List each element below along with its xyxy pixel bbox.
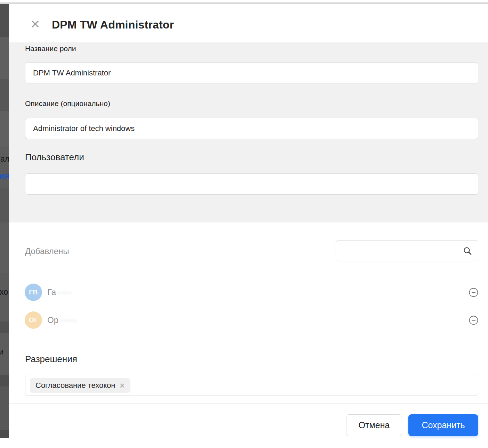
cancel-button[interactable]: Отмена	[346, 414, 402, 436]
remove-user-icon[interactable]	[469, 316, 478, 325]
divider	[9, 403, 488, 404]
user-name: Га ····	[47, 284, 72, 301]
save-button[interactable]: Сохранить	[408, 414, 478, 436]
user-name-redacted: ····	[58, 287, 72, 297]
user-name-visible: Га	[47, 287, 56, 297]
user-search-input[interactable]	[336, 241, 461, 260]
chip-remove-icon[interactable]: ×	[120, 381, 125, 390]
search-icon[interactable]	[463, 246, 472, 256]
modal-title: DPM TW Administrator	[52, 18, 174, 31]
users-input[interactable]	[25, 173, 478, 195]
permission-chip: Согласование техокон ×	[30, 378, 130, 393]
added-users-label: Добавлены	[25, 241, 69, 262]
permission-chip-label: Согласование техокон	[35, 381, 115, 390]
divider	[9, 272, 488, 272]
dimmed-backdrop: Бал ия хо и	[0, 4, 9, 438]
user-name-visible: Ор	[47, 315, 58, 325]
added-user-row: ОГ Ор ·····	[9, 311, 488, 329]
remove-user-icon[interactable]	[469, 288, 478, 297]
role-name-label: Название роли	[25, 44, 76, 53]
avatar: ОГ	[25, 311, 42, 329]
footer-actions: Отмена Сохранить	[346, 414, 478, 436]
added-user-row: ГВ Га ····	[9, 284, 488, 301]
role-name-input[interactable]	[25, 62, 478, 83]
permissions-heading: Разрешения	[25, 354, 77, 365]
user-name-redacted: ·····	[60, 315, 78, 325]
screen: Бал ия хо и × DPM TW Administrator Назва…	[0, 0, 488, 448]
role-form-section: Название роли Описание (опционально) Пол…	[9, 42, 488, 222]
description-input[interactable]	[25, 118, 478, 139]
description-label: Описание (опционально)	[25, 99, 110, 108]
backdrop-text-fragment: Бал	[0, 154, 9, 164]
role-edit-modal: × DPM TW Administrator Название роли Опи…	[9, 4, 488, 448]
backdrop-text-fragment: и	[0, 347, 3, 357]
users-heading: Пользователи	[25, 152, 84, 163]
user-search-box	[336, 240, 478, 261]
permissions-input[interactable]: Согласование техокон ×	[25, 375, 478, 396]
avatar: ГВ	[25, 284, 42, 301]
user-name: Ор ·····	[47, 311, 78, 329]
backdrop-text-fragment: хо	[0, 287, 8, 297]
backdrop-link-fragment: ия	[0, 171, 9, 181]
close-icon[interactable]: ×	[28, 17, 42, 31]
